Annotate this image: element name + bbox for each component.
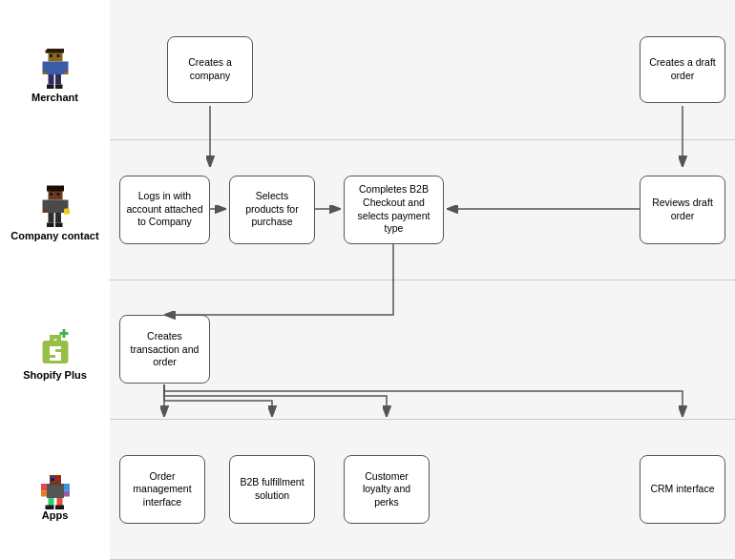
box-b2b-fulfillment: B2B fulfillment solution — [229, 455, 315, 524]
contact-icon — [32, 184, 78, 230]
actor-contact: Company contact — [0, 140, 110, 280]
svg-rect-15 — [47, 185, 64, 191]
svg-rect-18 — [47, 199, 64, 213]
box-creates-company: Creates a company — [167, 36, 253, 103]
apps-label: Apps — [42, 509, 69, 521]
svg-rect-42 — [41, 484, 47, 491]
svg-rect-24 — [55, 213, 61, 223]
box-customer-loyalty: Customer loyalty and perks — [344, 455, 430, 524]
svg-rect-30 — [50, 335, 61, 340]
svg-rect-3 — [50, 54, 52, 57]
svg-rect-38 — [47, 484, 64, 498]
shopify-label: Shopify Plus — [23, 369, 87, 381]
box-order-management: Order management interface — [119, 455, 205, 524]
svg-rect-19 — [42, 199, 47, 210]
lane-shopify: Creates transaction and order — [110, 280, 735, 421]
svg-rect-12 — [47, 85, 54, 90]
actor-apps: Apps — [0, 420, 110, 560]
actor-merchant: Merchant — [0, 0, 110, 140]
svg-rect-32 — [50, 349, 55, 352]
lane-merchant: Creates a company Creates a draft order — [110, 0, 735, 140]
box-creates-transaction: Creates transaction and order — [119, 315, 210, 384]
svg-rect-23 — [48, 213, 53, 223]
svg-rect-10 — [48, 74, 53, 85]
shopify-icon — [32, 323, 78, 369]
svg-rect-43 — [64, 484, 70, 491]
svg-rect-9 — [64, 72, 69, 74]
actor-shopify: Shopify Plus — [0, 280, 110, 421]
svg-rect-17 — [56, 193, 59, 196]
svg-rect-7 — [64, 62, 69, 73]
box-completes-b2b: Completes B2B Checkout and selects payme… — [344, 176, 444, 244]
svg-rect-40 — [51, 478, 53, 481]
actors-sidebar: Merchant — [0, 0, 110, 560]
svg-rect-6 — [42, 62, 47, 73]
box-creates-draft-order: Creates a draft order — [640, 36, 725, 103]
diagram-container: Merchant — [0, 0, 735, 560]
svg-rect-33 — [50, 352, 61, 355]
box-crm-interface: CRM interface — [640, 455, 725, 524]
svg-rect-41 — [56, 478, 59, 481]
svg-rect-22 — [64, 208, 70, 214]
lane-apps: Order management interface B2B fulfillme… — [110, 420, 735, 560]
svg-rect-13 — [55, 85, 63, 90]
lanes-wrapper: Creates a company Creates a draft order … — [110, 0, 735, 560]
svg-rect-34 — [55, 355, 61, 358]
svg-rect-21 — [42, 210, 47, 213]
svg-rect-4 — [56, 54, 59, 57]
svg-rect-26 — [55, 222, 63, 227]
svg-rect-1 — [47, 49, 64, 53]
svg-rect-11 — [55, 74, 61, 85]
svg-rect-45 — [64, 491, 70, 497]
svg-rect-25 — [47, 222, 54, 227]
svg-rect-16 — [50, 193, 52, 196]
svg-rect-8 — [42, 72, 47, 74]
box-selects-products: Selects products for purchase — [229, 176, 315, 244]
svg-rect-5 — [47, 62, 64, 75]
svg-rect-37 — [62, 329, 65, 338]
svg-rect-35 — [50, 358, 61, 361]
svg-rect-2 — [45, 51, 48, 53]
box-reviews-draft: Reviews draft order — [640, 176, 725, 244]
merchant-icon — [32, 46, 78, 92]
svg-rect-20 — [64, 199, 69, 210]
contact-label: Company contact — [10, 230, 98, 241]
svg-rect-31 — [50, 346, 61, 349]
lane-contact: Logs in with account attached to Company… — [110, 140, 735, 280]
apps-icon — [32, 464, 78, 509]
merchant-label: Merchant — [32, 92, 78, 103]
box-logs-in: Logs in with account attached to Company — [119, 176, 210, 244]
svg-rect-44 — [41, 491, 47, 497]
